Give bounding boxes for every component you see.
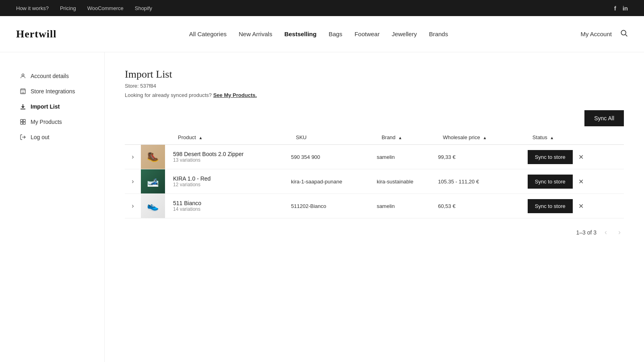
remove-product-button[interactable]: ✕ xyxy=(577,176,585,187)
product-image-col: 🎿 xyxy=(141,169,173,194)
product-brand: samelin xyxy=(377,145,438,169)
nav-bags[interactable]: Bags xyxy=(328,31,342,37)
remove-product-button[interactable]: ✕ xyxy=(577,152,585,162)
product-status-col: Sync to store ✕ xyxy=(528,194,624,218)
nav-footwear[interactable]: Footwear xyxy=(355,31,380,37)
sidebar-item-my-products[interactable]: My Products xyxy=(16,114,96,130)
top-action-row: Sync All xyxy=(125,110,624,126)
svg-rect-10 xyxy=(23,122,25,124)
price-sort-icon: ▲ xyxy=(483,136,487,140)
table-row: › 🥾 598 Desert Boots 2.0 Zipper 13 varia… xyxy=(125,145,624,169)
nav-new-arrivals[interactable]: New Arrivals xyxy=(239,31,272,37)
top-bar-social: f in xyxy=(614,5,628,12)
product-price: 105.35 - 111,20 € xyxy=(438,169,528,194)
grid-icon xyxy=(19,118,27,125)
svg-point-0 xyxy=(621,30,626,35)
synced-products-text: Looking for already synced products? See… xyxy=(125,92,624,98)
sync-to-store-button[interactable]: Sync to store xyxy=(528,199,573,213)
col-sku-header: SKU xyxy=(291,130,377,145)
product-image-ski: 🎿 xyxy=(141,169,165,193)
my-account-link[interactable]: My Account xyxy=(580,31,612,37)
sync-to-store-button[interactable]: Sync to store xyxy=(528,175,573,189)
sidebar-item-account-details[interactable]: Account details xyxy=(16,68,96,84)
expand-col: › xyxy=(125,169,141,194)
product-price: 99,33 € xyxy=(438,145,528,169)
sidebar-item-log-out-label: Log out xyxy=(31,134,50,140)
header: Hertwill All Categories New Arrivals Bes… xyxy=(0,16,644,52)
product-sort-icon: ▲ xyxy=(198,136,202,140)
col-brand-header[interactable]: Brand ▲ xyxy=(377,130,438,145)
see-my-products-link[interactable]: See My Products. xyxy=(213,92,257,98)
topbar-link-pricing[interactable]: Pricing xyxy=(60,5,76,11)
svg-rect-8 xyxy=(23,119,25,121)
nav-bestselling[interactable]: Bestselling xyxy=(284,31,316,37)
topbar-link-how-it-works[interactable]: How it works? xyxy=(16,5,49,11)
status-actions: Sync to store ✕ xyxy=(528,175,624,189)
sync-all-button[interactable]: Sync All xyxy=(584,110,624,126)
svg-rect-3 xyxy=(21,90,25,94)
expand-col: › xyxy=(125,194,141,218)
nav-jewellery[interactable]: Jewellery xyxy=(392,31,417,37)
topbar-link-shopify[interactable]: Shopify xyxy=(135,5,152,11)
search-button[interactable] xyxy=(620,29,628,39)
product-variations: 12 variations xyxy=(173,182,291,187)
col-status-header[interactable]: Status ▲ xyxy=(528,130,624,145)
sidebar-item-log-out[interactable]: Log out xyxy=(16,130,96,145)
logout-icon xyxy=(19,134,27,141)
logo: Hertwill xyxy=(16,28,56,40)
status-actions: Sync to store ✕ xyxy=(528,199,624,213)
topbar-link-woocommerce[interactable]: WooCommerce xyxy=(87,5,124,11)
product-price: 60,53 € xyxy=(438,194,528,218)
sidebar-item-import-list[interactable]: Import List xyxy=(16,99,96,114)
brand-sort-icon: ▲ xyxy=(398,136,402,140)
main-content: Import List Store: 537f84 Looking for al… xyxy=(105,52,644,362)
main-nav: All Categories New Arrivals Bestselling … xyxy=(189,31,448,37)
product-name: KIRA 1.0 - Red xyxy=(173,175,291,182)
page-title: Import List xyxy=(125,68,624,80)
nav-all-categories[interactable]: All Categories xyxy=(189,31,227,37)
facebook-icon[interactable]: f xyxy=(614,5,616,12)
store-info: Store: 537f84 xyxy=(125,83,624,89)
col-expand xyxy=(125,130,141,145)
top-bar: How it works? Pricing WooCommerce Shopif… xyxy=(0,0,644,16)
sync-to-store-button[interactable]: Sync to store xyxy=(528,150,573,164)
linkedin-icon[interactable]: in xyxy=(623,5,628,12)
header-right: My Account xyxy=(580,29,628,39)
col-product-header[interactable]: Product ▲ xyxy=(173,130,291,145)
product-sku: 511202-Bianco xyxy=(291,194,377,218)
product-status-col: Sync to store ✕ xyxy=(528,145,624,169)
product-image-boots: 🥾 xyxy=(141,145,165,169)
status-sort-icon: ▲ xyxy=(550,136,554,140)
table-row: › 🎿 KIRA 1.0 - Red 12 variations kira-1-… xyxy=(125,169,624,194)
status-actions: Sync to store ✕ xyxy=(528,150,624,164)
product-status-col: Sync to store ✕ xyxy=(528,169,624,194)
expand-row-button[interactable]: › xyxy=(128,194,137,218)
product-sku: kira-1-saapad-punane xyxy=(291,169,377,194)
person-icon xyxy=(19,72,27,80)
expand-row-button[interactable]: › xyxy=(128,145,137,169)
svg-rect-7 xyxy=(21,119,23,121)
svg-point-2 xyxy=(22,74,24,76)
product-info-col: KIRA 1.0 - Red 12 variations xyxy=(173,169,291,194)
product-name: 598 Desert Boots 2.0 Zipper xyxy=(173,151,291,157)
remove-product-button[interactable]: ✕ xyxy=(577,201,585,212)
product-image-shoe: 👟 xyxy=(141,194,165,218)
sidebar-item-my-products-label: My Products xyxy=(31,119,62,125)
nav-brands[interactable]: Brands xyxy=(429,31,448,37)
product-image-col: 🥾 xyxy=(141,145,173,169)
download-icon xyxy=(19,103,27,110)
sidebar-item-import-list-label: Import List xyxy=(31,103,60,110)
product-name: 511 Bianco xyxy=(173,200,291,206)
sidebar-item-account-details-label: Account details xyxy=(31,73,69,79)
product-variations: 13 variations xyxy=(173,157,291,163)
pagination: 1–3 of 3 ‹ › xyxy=(125,226,624,238)
product-info-col: 598 Desert Boots 2.0 Zipper 13 variation… xyxy=(173,145,291,169)
layout: Account details Store Integrations xyxy=(0,52,644,362)
sidebar-item-store-integrations[interactable]: Store Integrations xyxy=(16,84,96,99)
pagination-label: 1–3 of 3 xyxy=(576,229,597,236)
expand-row-button[interactable]: › xyxy=(128,170,137,193)
col-image xyxy=(141,130,173,145)
pagination-next-button[interactable]: › xyxy=(615,226,624,238)
col-price-header[interactable]: Wholesale price ▲ xyxy=(438,130,528,145)
pagination-prev-button[interactable]: ‹ xyxy=(601,226,610,238)
